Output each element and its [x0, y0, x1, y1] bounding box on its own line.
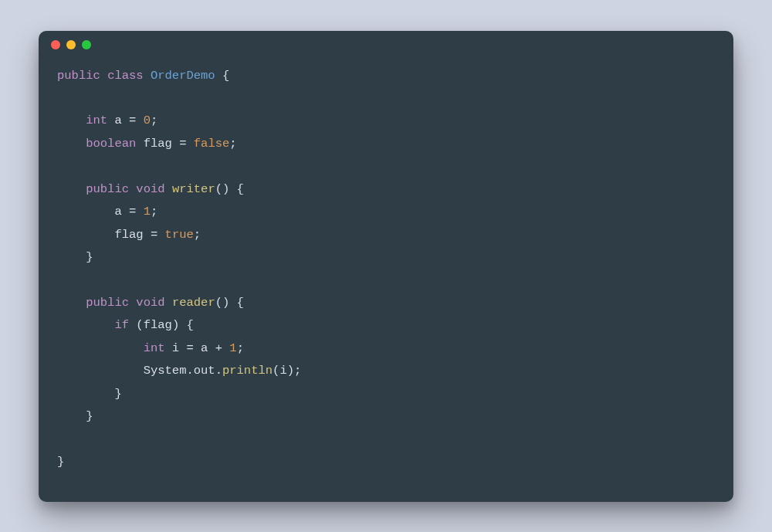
eq: =: [129, 205, 136, 219]
eq: =: [179, 137, 186, 151]
brace-close: }: [86, 409, 93, 423]
plus: +: [215, 341, 222, 355]
num-1: 1: [229, 341, 236, 355]
field-flag: flag: [144, 137, 172, 151]
paren-close: ): [172, 318, 179, 332]
ident-a: a: [114, 205, 121, 219]
expr-a: a: [201, 341, 208, 355]
fn-writer: writer: [172, 182, 215, 196]
eq: =: [129, 114, 136, 127]
bool-true: true: [165, 228, 194, 242]
code-window: public class OrderDemo { int a = 0; bool…: [39, 31, 733, 502]
brace-open: {: [222, 69, 229, 83]
paren-open: (: [136, 318, 143, 332]
semi: ;: [229, 137, 236, 151]
num-1: 1: [144, 205, 151, 219]
dot: .: [215, 364, 222, 378]
fn-println: println: [222, 364, 273, 378]
brace-open: {: [237, 182, 244, 196]
semi: ;: [237, 341, 244, 355]
type-boolean: boolean: [86, 137, 136, 151]
code-content: public class OrderDemo { int a = 0; bool…: [39, 59, 733, 502]
cond-flag: flag: [144, 318, 172, 332]
kw-void: void: [136, 296, 164, 310]
paren-open: (: [273, 364, 279, 378]
type-int: int: [144, 341, 165, 355]
fn-reader: reader: [172, 296, 215, 310]
bool-false: false: [194, 137, 230, 151]
kw-if: if: [114, 318, 129, 332]
maximize-icon[interactable]: [82, 40, 91, 49]
semi: ;: [151, 205, 157, 219]
brace-close: }: [114, 387, 121, 401]
brace-open: {: [187, 318, 194, 332]
brace-close: }: [86, 250, 93, 264]
paren-close: ): [287, 364, 294, 378]
parens: (): [215, 182, 230, 196]
class-name: OrderDemo: [151, 69, 215, 83]
semi: ;: [294, 364, 301, 378]
field-a: a: [114, 114, 121, 127]
ident-system: System: [144, 364, 187, 378]
kw-public: public: [57, 69, 100, 83]
arg-i: i: [279, 364, 286, 378]
semi: ;: [151, 114, 157, 127]
kw-void: void: [136, 182, 164, 196]
type-int: int: [86, 114, 107, 127]
semi: ;: [194, 228, 201, 242]
kw-public: public: [86, 296, 129, 310]
close-icon[interactable]: [51, 40, 60, 49]
window-titlebar: [39, 31, 733, 59]
minimize-icon[interactable]: [66, 40, 76, 49]
dot: .: [186, 364, 193, 378]
eq: =: [151, 228, 157, 242]
ident-i: i: [172, 341, 179, 355]
ident-flag: flag: [114, 228, 143, 242]
eq: =: [186, 341, 193, 355]
parens: (): [215, 296, 230, 310]
ident-out: out: [194, 364, 215, 378]
num-0: 0: [144, 114, 151, 127]
brace-open: {: [237, 296, 244, 310]
kw-class: class: [107, 69, 144, 83]
kw-public: public: [86, 182, 129, 196]
brace-close: }: [57, 455, 64, 469]
